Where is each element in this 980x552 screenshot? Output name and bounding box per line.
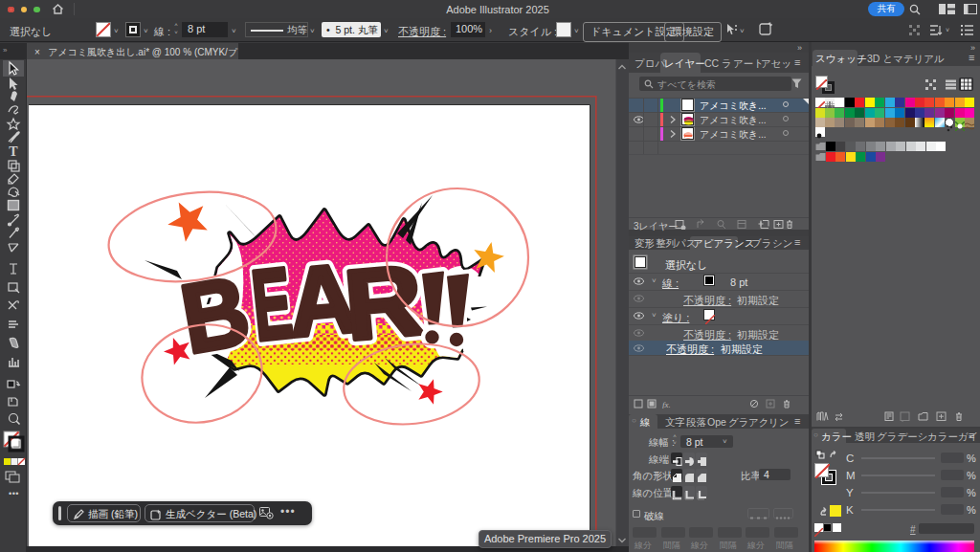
svg-text:fx.: fx. bbox=[662, 400, 671, 408]
svg-text:T: T bbox=[9, 144, 18, 159]
svg-text:•••: ••• bbox=[9, 489, 19, 498]
